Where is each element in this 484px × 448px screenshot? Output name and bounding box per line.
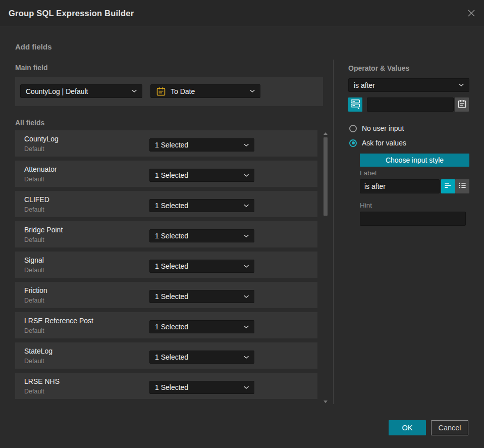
radio-button-icon	[349, 139, 357, 147]
list-scrollbar[interactable]	[323, 131, 328, 404]
choose-input-style-button[interactable]: Choose input style	[360, 154, 469, 167]
operator-select-value: is after	[354, 81, 456, 89]
field-row: Friction Default 1 Selected	[15, 282, 317, 308]
calendar-icon	[156, 86, 166, 96]
label-input[interactable]	[360, 179, 440, 193]
field-row: Signal Default 1 Selected	[15, 252, 317, 278]
field-type: Default	[24, 327, 44, 334]
main-field-type-value: To Date	[171, 87, 247, 95]
operator-values-heading: Operator & Values	[348, 64, 409, 72]
field-selected-dropdown[interactable]: 1 Selected	[149, 169, 254, 182]
all-fields-list: CountyLog Default 1 Selected Attenuator …	[15, 130, 317, 403]
scrollbar-up-arrow[interactable]	[324, 132, 328, 135]
field-row: StateLog Default 1 Selected	[15, 342, 317, 369]
chevron-down-icon	[244, 174, 249, 177]
field-selected-value: 1 Selected	[155, 141, 241, 149]
chevron-down-icon	[244, 325, 249, 329]
chevron-down-icon	[132, 89, 137, 93]
field-name: StateLog	[24, 347, 52, 355]
stacked-values-icon	[350, 98, 361, 111]
field-name: Signal	[24, 256, 44, 264]
hint-caption: Hint	[360, 202, 372, 209]
radio-label: Ask for values	[362, 139, 406, 147]
chevron-down-icon	[244, 295, 249, 298]
field-selected-value: 1 Selected	[155, 171, 241, 179]
field-selected-value: 1 Selected	[155, 353, 241, 361]
field-selected-value: 1 Selected	[155, 383, 241, 391]
value-source-toggle-button[interactable]	[348, 97, 362, 112]
ok-button[interactable]: OK	[389, 420, 426, 435]
field-name: CountyLog	[24, 135, 59, 143]
date-picker-button[interactable]	[455, 97, 469, 112]
radio-label: No user input	[362, 124, 404, 132]
field-selected-value: 1 Selected	[155, 262, 241, 270]
main-field-heading: Main field	[15, 64, 48, 72]
field-selected-value: 1 Selected	[155, 323, 241, 331]
dialog-title: Group SQL Expression Builder	[9, 0, 134, 26]
field-type: Default	[24, 145, 44, 153]
list-icon	[457, 180, 467, 192]
chevron-down-icon	[244, 204, 249, 208]
close-icon[interactable]	[465, 7, 477, 19]
radio-ask-for-values[interactable]: Ask for values	[349, 139, 406, 147]
chevron-down-icon	[459, 83, 464, 87]
field-name: LRSE NHS	[24, 377, 60, 385]
field-row: LRSE NHS Default 1 Selected	[15, 373, 317, 399]
main-field-type-select[interactable]: To Date	[150, 84, 260, 98]
input-style-text-button[interactable]	[441, 179, 455, 193]
cancel-button[interactable]: Cancel	[431, 420, 468, 435]
field-selected-dropdown[interactable]: 1 Selected	[149, 320, 254, 333]
field-type: Default	[24, 176, 44, 183]
field-selected-dropdown[interactable]: 1 Selected	[149, 199, 254, 212]
field-type: Default	[24, 358, 44, 365]
field-name: LRSE Reference Post	[24, 317, 93, 325]
group-sql-expression-builder-dialog: Group SQL Expression Builder Add fields …	[0, 0, 484, 448]
radio-no-user-input[interactable]: No user input	[349, 124, 404, 132]
field-selected-dropdown[interactable]: 1 Selected	[149, 381, 254, 394]
chevron-down-icon	[244, 356, 249, 359]
field-row: CLIFED Default 1 Selected	[15, 191, 317, 217]
calendar-icon	[457, 99, 467, 111]
field-row: Bridge Point Default 1 Selected	[15, 221, 317, 247]
field-name: Bridge Point	[24, 226, 63, 234]
field-selected-value: 1 Selected	[155, 232, 241, 240]
chevron-down-icon	[244, 265, 249, 268]
field-selected-dropdown[interactable]: 1 Selected	[149, 138, 254, 152]
field-type: Default	[24, 297, 44, 304]
dialog-title-bar: Group SQL Expression Builder	[0, 0, 484, 26]
panel-divider	[333, 60, 334, 404]
all-fields-heading: All fields	[15, 119, 44, 127]
field-name: CLIFED	[24, 195, 49, 204]
label-caption: Label	[360, 169, 377, 177]
field-row: Attenuator Default 1 Selected	[15, 161, 317, 187]
add-fields-heading: Add fields	[15, 42, 52, 51]
field-selected-value: 1 Selected	[155, 202, 241, 210]
field-selected-dropdown[interactable]: 1 Selected	[149, 229, 254, 242]
operator-select[interactable]: is after	[348, 78, 469, 92]
hint-input[interactable]	[360, 212, 466, 226]
chevron-down-icon	[244, 143, 249, 147]
scrollbar-down-arrow[interactable]	[324, 401, 328, 403]
chevron-down-icon	[244, 386, 249, 389]
input-style-list-button[interactable]	[455, 179, 469, 193]
field-type: Default	[24, 267, 44, 274]
main-field-select[interactable]: CountyLog | Default	[20, 84, 142, 98]
chevron-down-icon	[244, 234, 249, 238]
field-type: Default	[24, 236, 44, 243]
scrollbar-thumb[interactable]	[324, 137, 328, 216]
main-field-panel: CountyLog | Default To Date	[15, 77, 323, 106]
field-selected-dropdown[interactable]: 1 Selected	[149, 260, 254, 273]
field-type: Default	[24, 206, 44, 213]
value-input[interactable]	[367, 97, 454, 112]
field-name: Friction	[24, 286, 47, 294]
field-selected-dropdown[interactable]: 1 Selected	[149, 351, 254, 364]
main-field-select-value: CountyLog | Default	[26, 87, 129, 95]
field-name: Attenuator	[24, 165, 57, 173]
field-type: Default	[24, 388, 44, 395]
field-selected-value: 1 Selected	[155, 292, 241, 301]
field-row: CountyLog Default 1 Selected	[15, 130, 317, 157]
field-selected-dropdown[interactable]: 1 Selected	[149, 290, 254, 303]
radio-button-icon	[349, 125, 357, 132]
chevron-down-icon	[250, 89, 255, 93]
align-left-icon	[443, 180, 453, 192]
